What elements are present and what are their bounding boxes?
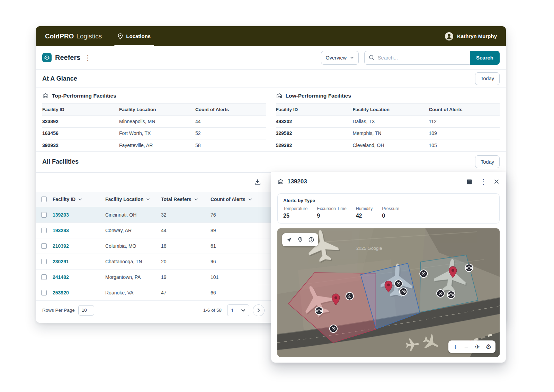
page-header: Reefers ⋮ Overview Search: [36, 46, 506, 69]
facility-id-link[interactable]: 210392: [53, 243, 105, 249]
avatar-icon: [445, 32, 454, 41]
reefer-marker[interactable]: [400, 288, 407, 295]
table-row[interactable]: 230291 Chattanooga, TN 20 96: [36, 254, 271, 270]
facility-building-icon: [277, 179, 284, 185]
nav-item-locations[interactable]: Locations: [118, 26, 151, 46]
reefer-marker[interactable]: [395, 280, 402, 288]
facilities-today-button[interactable]: Today: [475, 155, 500, 168]
table-row[interactable]: 392932 Fayetteville, AR 58: [42, 139, 266, 151]
search-field: [364, 51, 470, 65]
column-header: Facility ID: [276, 107, 353, 112]
sort-header-count-of-alerts[interactable]: Count of Alerts: [211, 197, 271, 202]
airplane-layer-icon[interactable]: ✈: [472, 341, 483, 353]
search-button[interactable]: Search: [470, 51, 500, 65]
facilities-title: All Facilities: [42, 158, 79, 165]
pagination: Rows Per Page 1-6 of 58 1: [36, 301, 271, 316]
rows-per-page-input[interactable]: [78, 305, 94, 316]
chevron-down-icon: [241, 309, 245, 312]
table-row[interactable]: 323892 Minneapolis, MN 44: [42, 115, 266, 127]
brand-logo: ColdPRO Logistics: [45, 33, 102, 39]
reefer-marker[interactable]: [437, 290, 444, 297]
next-page-button[interactable]: [253, 304, 265, 316]
view-select-value: Overview: [326, 55, 347, 61]
topbar: ColdPRO Logistics Locations Kathryn Murp…: [36, 26, 506, 46]
table-row[interactable]: 329582 Memphis, TN 109: [276, 127, 500, 139]
sort-chevron-icon: [78, 198, 82, 201]
user-menu[interactable]: Kathryn Murphy: [445, 32, 497, 41]
table-row[interactable]: 163456 Fort Worth, TX 52: [42, 127, 266, 139]
map-navigate-icon[interactable]: [284, 234, 295, 246]
reefer-marker[interactable]: [330, 325, 337, 332]
column-header: Count of Alerts: [429, 107, 500, 112]
metric-temperature: Temperature 25: [283, 206, 307, 219]
panel-title: 139203: [287, 178, 307, 185]
map-toolbar: [282, 233, 318, 246]
zoom-in-icon[interactable]: +: [450, 341, 461, 353]
table-row[interactable]: 193283 Conway, AR 44 89: [36, 223, 271, 238]
facility-map[interactable]: 2025 Google + − ✈ ⚙: [277, 228, 500, 357]
alerts-card-title: Alerts by Type: [283, 198, 494, 203]
map-zoom-toolbar: + − ✈ ⚙: [448, 340, 495, 353]
map-settings-gear-icon[interactable]: ⚙: [483, 341, 494, 353]
glance-section-header: At A Glance Today: [36, 70, 506, 88]
facility-id-link[interactable]: 230291: [53, 259, 105, 264]
facility-id-link[interactable]: 253920: [53, 290, 105, 295]
glance-today-button[interactable]: Today: [475, 72, 500, 85]
sort-header-total-reefers[interactable]: Total Reefers: [161, 197, 211, 202]
facility-building-icon: [42, 93, 49, 99]
nav-item-label: Locations: [126, 33, 151, 39]
facility-id-link[interactable]: 241482: [53, 274, 105, 280]
facility-id-link[interactable]: 193283: [53, 228, 105, 233]
reefer-marker[interactable]: [465, 264, 473, 272]
row-checkbox[interactable]: [41, 274, 47, 280]
reefer-marker[interactable]: [346, 292, 354, 300]
row-checkbox[interactable]: [41, 212, 47, 218]
brand-light: Logistics: [76, 33, 102, 39]
table-row[interactable]: 241482 Morgantown, PA 19 101: [36, 270, 271, 285]
low-performing-table: Low-Performing Facilities Facility ID Fa…: [276, 88, 500, 151]
reefer-marker[interactable]: [420, 270, 427, 277]
facilities-table: Facility ID Facility Location Total Reef…: [36, 173, 271, 323]
pagination-range: 1-6 of 58: [203, 308, 222, 313]
table-title: Low-Performing Facilities: [286, 93, 351, 99]
sort-header-facility-location[interactable]: Facility Location: [105, 197, 161, 202]
reefers-icon: [42, 53, 52, 62]
row-checkbox[interactable]: [41, 228, 47, 233]
map-info-icon[interactable]: [306, 234, 317, 246]
table-row[interactable]: 493202 Dallas, TX 112: [276, 115, 500, 127]
reefer-marker[interactable]: [315, 307, 323, 314]
map-marker-icon[interactable]: [295, 234, 306, 246]
select-all-checkbox[interactable]: [41, 197, 47, 202]
search-input[interactable]: [378, 55, 466, 61]
satellite-map[interactable]: [277, 228, 500, 357]
glance-tables: Top-Performing Facilities Facility ID Fa…: [36, 88, 506, 152]
table-row[interactable]: 139203 Cincinnati, OH 32 76: [36, 207, 271, 223]
sort-header-facility-id[interactable]: Facility ID: [53, 197, 105, 202]
table-row[interactable]: 529382 Cleveland, OH 105: [276, 139, 500, 151]
close-icon[interactable]: [493, 179, 500, 185]
row-checkbox[interactable]: [41, 290, 47, 295]
page-select[interactable]: 1: [227, 304, 249, 316]
metric-humidity: Humidity 42: [356, 206, 373, 219]
row-checkbox[interactable]: [41, 243, 47, 249]
facility-detail-panel: 139203 ⋮ Alerts by Type Temperature 25: [271, 172, 506, 363]
table-view-button[interactable]: [465, 178, 473, 186]
page-title: Reefers: [55, 54, 80, 62]
user-name: Kathryn Murphy: [457, 33, 497, 39]
metric-excursion-time: Excursion Time 9: [317, 206, 346, 219]
sort-chevron-icon: [146, 198, 150, 201]
download-button[interactable]: [253, 178, 262, 186]
panel-kebab-menu[interactable]: ⋮: [479, 178, 488, 185]
facility-id-link[interactable]: 139203: [53, 212, 105, 218]
chevron-right-icon: [257, 308, 260, 312]
zoom-out-icon[interactable]: −: [461, 341, 472, 353]
table-row[interactable]: 210392 Columbia, MO 18 61: [36, 238, 271, 254]
page-kebab-menu[interactable]: ⋮: [83, 54, 92, 61]
metric-pressure: Pressure 0: [382, 206, 399, 219]
row-checkbox[interactable]: [41, 259, 47, 264]
reefer-marker[interactable]: [447, 291, 455, 299]
view-select[interactable]: Overview: [321, 51, 359, 65]
column-header: Facility ID: [42, 107, 119, 112]
chevron-down-icon: [350, 56, 354, 59]
table-row[interactable]: 253920 Roanoke, VA 47 66: [36, 285, 271, 301]
